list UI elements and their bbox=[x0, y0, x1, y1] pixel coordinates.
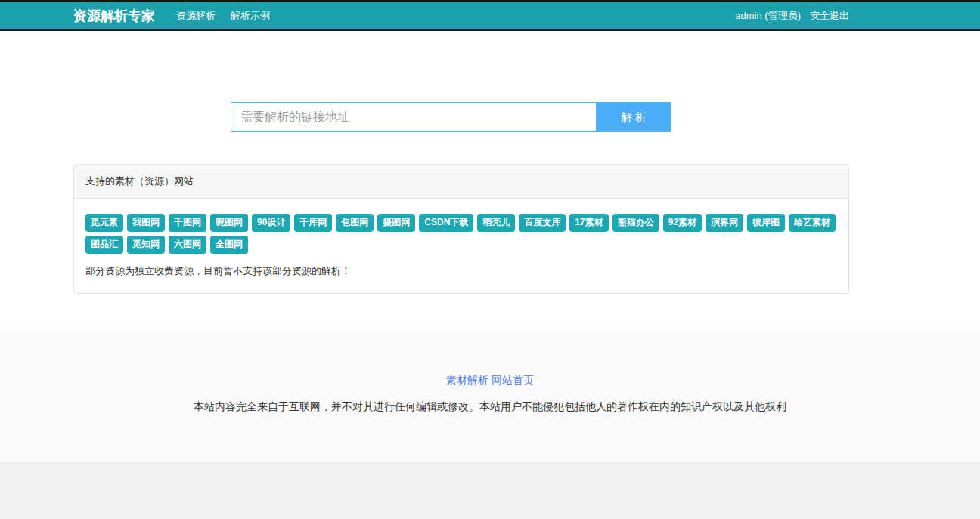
user-label[interactable]: admin (管理员) bbox=[735, 9, 801, 23]
site-badge: CSDN下载 bbox=[419, 214, 473, 232]
navbar: 资源解析专家 资源解析解析示例 admin (管理员) 安全退出 bbox=[0, 0, 980, 31]
url-input[interactable] bbox=[231, 102, 596, 132]
main-content: 解 析 支持的素材（资源）网站 觅元素我图网千图网昵图网90设计千库网包图网摄图… bbox=[73, 102, 849, 294]
site-badge: 千图网 bbox=[169, 214, 206, 232]
panel-title: 支持的素材（资源）网站 bbox=[74, 165, 848, 199]
site-badge: 彼岸图 bbox=[747, 214, 785, 232]
brand-title[interactable]: 资源解析专家 bbox=[73, 7, 155, 25]
site-badge: 千库网 bbox=[294, 214, 332, 232]
main-nav: 资源解析解析示例 bbox=[176, 9, 270, 23]
site-badge: 我图网 bbox=[127, 214, 165, 232]
footer: 素材解析网站首页 本站内容完全来自于互联网，并不对其进行任何编辑或修改。本站用户… bbox=[0, 332, 980, 462]
site-badge: 熊猫办公 bbox=[612, 214, 659, 232]
nav-item[interactable]: 解析示例 bbox=[231, 9, 270, 23]
footer-link[interactable]: 网站首页 bbox=[492, 374, 534, 386]
site-badge: 昵图网 bbox=[210, 214, 248, 232]
site-badge: 摄图网 bbox=[377, 214, 415, 232]
site-badge: 稻壳儿 bbox=[477, 214, 515, 232]
supported-sites-panel: 支持的素材（资源）网站 觅元素我图网千图网昵图网90设计千库网包图网摄图网CSD… bbox=[73, 164, 849, 294]
site-badge: 觅知网 bbox=[127, 236, 165, 254]
site-badge-list: 觅元素我图网千图网昵图网90设计千库网包图网摄图网CSDN下载稻壳儿百度文库17… bbox=[85, 214, 837, 254]
nav-item[interactable]: 资源解析 bbox=[176, 9, 216, 23]
bottom-bar bbox=[0, 462, 980, 519]
disclaimer-text: 本站内容完全来自于互联网，并不对其进行任何编辑或修改。本站用户不能侵犯包括他人的… bbox=[0, 400, 980, 414]
site-badge: 92素材 bbox=[663, 214, 702, 232]
site-badge: 17素材 bbox=[569, 214, 608, 232]
logout-link[interactable]: 安全退出 bbox=[810, 9, 849, 23]
parse-form: 解 析 bbox=[231, 102, 671, 132]
fee-note: 部分资源为独立收费资源，目前暂不支持该部分资源的解析！ bbox=[85, 264, 837, 278]
site-badge: 包图网 bbox=[336, 214, 374, 232]
footer-links: 素材解析网站首页 bbox=[0, 374, 980, 388]
site-badge: 全图网 bbox=[210, 236, 248, 254]
site-badge: 觅元素 bbox=[85, 214, 123, 232]
parse-button[interactable]: 解 析 bbox=[596, 102, 671, 132]
panel-body: 觅元素我图网千图网昵图网90设计千库网包图网摄图网CSDN下载稻壳儿百度文库17… bbox=[74, 199, 848, 293]
site-badge: 演界网 bbox=[706, 214, 743, 232]
site-badge: 90设计 bbox=[252, 214, 290, 232]
site-badge: 图品汇 bbox=[85, 236, 123, 254]
site-badge: 绘艺素材 bbox=[789, 214, 836, 232]
site-badge: 六图网 bbox=[169, 236, 206, 254]
footer-link[interactable]: 素材解析 bbox=[446, 374, 488, 386]
user-nav: admin (管理员) 安全退出 bbox=[735, 9, 849, 23]
site-badge: 百度文库 bbox=[519, 214, 566, 232]
